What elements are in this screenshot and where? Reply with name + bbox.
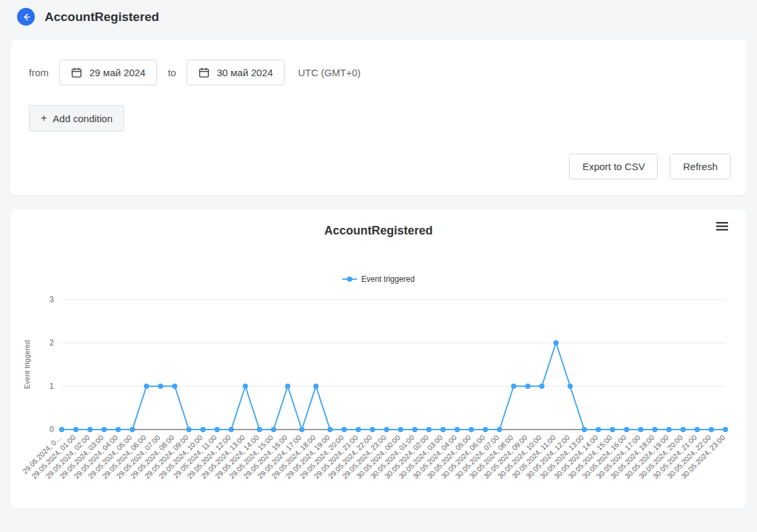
plus-icon: +: [41, 112, 47, 124]
svg-text:1: 1: [49, 382, 54, 391]
chart-menu-button[interactable]: [712, 219, 732, 234]
refresh-button[interactable]: Refresh: [670, 154, 731, 179]
actions-row: Export to CSV Refresh: [29, 154, 731, 179]
add-condition-label: Add condition: [53, 113, 112, 124]
svg-text:Event triggered: Event triggered: [23, 340, 31, 389]
calendar-icon: [71, 67, 82, 78]
chart-title: AccountRegistered: [21, 220, 736, 238]
hamburger-icon: [715, 221, 729, 231]
from-date-value: 29 май 2024: [89, 67, 145, 78]
timezone-label: UTC (GMT+0): [298, 67, 360, 78]
chart-plot-area: 0123Event triggered29.05.2024, 0…29.05.2…: [21, 290, 736, 495]
svg-text:2: 2: [49, 338, 54, 347]
date-range-row: from 29 май 2024 to: [29, 60, 731, 85]
filter-card: from 29 май 2024 to: [11, 40, 746, 195]
export-csv-button[interactable]: Export to CSV: [569, 154, 658, 179]
svg-text:3: 3: [49, 295, 54, 304]
back-button[interactable]: [17, 8, 35, 26]
add-condition-button[interactable]: + Add condition: [29, 105, 124, 131]
from-label: from: [29, 67, 49, 78]
legend-label: Event triggered: [361, 275, 415, 284]
calendar-icon: [198, 67, 210, 78]
chart-legend-item[interactable]: Event triggered: [21, 275, 736, 284]
legend-marker-icon: [342, 276, 357, 282]
page-title: AccountRegistered: [45, 10, 159, 24]
event-line-chart: 0123Event triggered29.05.2024, 0…29.05.2…: [21, 290, 736, 495]
from-date-picker[interactable]: 29 май 2024: [59, 60, 157, 85]
chart-card: AccountRegistered Event triggered 0123Ev…: [11, 210, 746, 508]
back-arrow-icon: [21, 12, 32, 22]
to-date-picker[interactable]: 30 май 2024: [187, 60, 285, 85]
svg-text:0: 0: [49, 425, 54, 434]
page-header: AccountRegistered: [0, 0, 757, 32]
to-label: to: [168, 67, 176, 78]
to-date-value: 30 май 2024: [217, 67, 273, 78]
